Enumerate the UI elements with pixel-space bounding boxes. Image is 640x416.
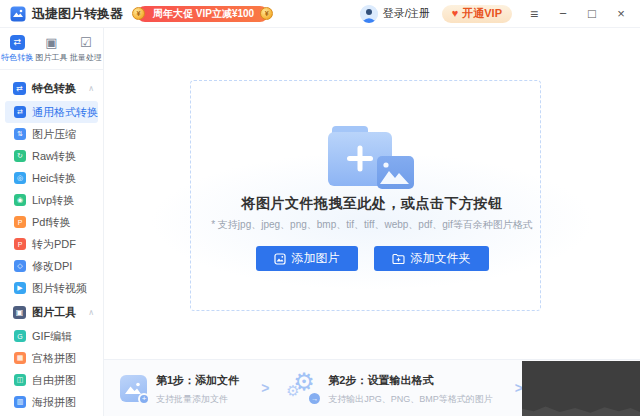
sidebar: ⇄ 特色转换 ▣ 图片工具 ☑ 批量处理 ⇄ 特色转换 ∧ ⇄通用格式转换⇅图片… [0,28,104,416]
dropzone-buttons: 添加图片 添加文件夹 [104,246,640,271]
maximize-icon[interactable]: □ [585,7,599,20]
modify-dpi-icon: ◇ [14,260,26,272]
sidebar-item-label: 宫格拼图 [32,351,76,366]
app-title: 迅捷图片转换器 [32,5,123,23]
main-area: 将图片文件拖拽至此处，或点击下方按钮 * 支持jpg、jpeg、png、bmp、… [104,28,640,416]
tab-image-tools[interactable]: ▣ 图片工具 [34,28,68,69]
coin-icon: ¥ [132,7,145,20]
app-window: 迅捷图片转换器 ¥ 周年大促 VIP立减¥100 ¥ 登录/注册 ♥ 开通VIP… [0,0,640,416]
sidebar-item-poster-collage[interactable]: ▥海报拼图 [0,391,103,413]
image-to-video-icon: ▶ [14,282,26,294]
sidebar-item-label: Raw转换 [32,149,76,164]
sidebar-item-label: Heic转换 [32,171,76,186]
sidebar-item-label: Livp转换 [32,193,74,208]
titlebar: 迅捷图片转换器 ¥ 周年大促 VIP立减¥100 ¥ 登录/注册 ♥ 开通VIP… [0,0,640,28]
sidebar-item-modify-dpi[interactable]: ◇修改DPI [0,255,103,277]
add-folder-button[interactable]: 添加文件夹 [374,246,489,271]
heic-convert-icon: ◎ [14,172,26,184]
sidebar-item-label: GIF编辑 [32,329,72,344]
sidebar-item-label: 修改DPI [32,259,72,274]
step-2: ⚙ ⚙ → 第2步：设置输出格式 支持输出JPG、PNG、BMP等格式的图片 [289,370,493,406]
sidebar-item-grid-collage[interactable]: ▦宫格拼图 [0,347,103,369]
sidebar-item-label: Pdf转换 [32,215,71,230]
watermark-blob [522,361,640,416]
raw-convert-icon: ↻ [14,150,26,162]
minimize-icon[interactable]: − [556,7,570,20]
sidebar-item-image-to-video[interactable]: ▶图片转视频 [0,277,103,299]
add-image-step-icon: + [120,375,147,402]
universal-format-convert-icon: ⇄ [14,106,26,118]
tools-items: GGIF编辑▦宫格拼图◫自由拼图▥海报拼图 [0,325,103,413]
sidebar-item-raw-convert[interactable]: ↻Raw转换 [0,145,103,167]
sidebar-item-to-pdf[interactable]: P转为PDF [0,233,103,255]
featured-convert-icon: ⇄ [10,35,25,50]
folder-plus-icon [392,253,405,265]
collapse-icon[interactable]: ∧ [88,84,94,93]
sidebar-item-universal-format-convert[interactable]: ⇄通用格式转换 [5,101,98,123]
sidebar-menu: ⇄ 特色转换 ∧ ⇄通用格式转换⇅图片压缩↻Raw转换◎Heic转换◉Livp转… [0,70,103,416]
menu-icon[interactable]: ≡ [527,7,541,21]
gif-edit-icon: G [14,330,26,342]
login-register-link[interactable]: 登录/注册 [383,6,430,21]
image-icon [274,253,286,265]
tab-batch-process[interactable]: ☑ 批量处理 [69,28,103,69]
folder-illustration-icon [320,124,420,194]
featured-section-icon: ⇄ [13,82,26,95]
app-logo-icon [10,6,26,22]
vip-badge-icon: ♥ [452,8,459,19]
vip-button[interactable]: ♥ 开通VIP [442,5,512,23]
tools-section-icon: ▣ [13,306,26,319]
pdf-convert-icon: P [14,216,26,228]
sidebar-item-label: 图片转视频 [32,281,87,296]
livp-convert-icon: ◉ [14,194,26,206]
sidebar-item-heic-convert[interactable]: ◎Heic转换 [0,167,103,189]
sidebar-item-image-compress[interactable]: ⇅图片压缩 [0,123,103,145]
section-header-tools[interactable]: ▣ 图片工具 ∧ [0,299,103,325]
settings-gears-icon: ⚙ ⚙ → [289,374,319,402]
poster-collage-icon: ▥ [14,396,26,408]
promo-banner[interactable]: ¥ 周年大促 VIP立减¥100 ¥ [137,6,268,22]
plus-badge-icon: + [138,393,150,405]
sidebar-item-label: 自由拼图 [32,373,76,388]
grid-collage-icon: ▦ [14,352,26,364]
sidebar-tabs: ⇄ 特色转换 ▣ 图片工具 ☑ 批量处理 [0,28,103,70]
close-icon[interactable]: × [614,7,628,20]
chevron-right-icon: > [261,380,269,396]
step-subtitle: 支持输出JPG、PNG、BMP等格式的图片 [328,394,493,404]
batch-process-icon: ☑ [78,35,93,50]
tab-featured-convert[interactable]: ⇄ 特色转换 [0,28,34,69]
free-collage-icon: ◫ [14,374,26,386]
sidebar-item-pdf-convert[interactable]: PPdf转换 [0,211,103,233]
step-title: 第2步：设置输出格式 [328,374,433,386]
arrow-badge-icon: → [309,393,320,404]
sidebar-item-label: 转为PDF [32,237,76,252]
sidebar-item-livp-convert[interactable]: ◉Livp转换 [0,189,103,211]
section-header-featured[interactable]: ⇄ 特色转换 ∧ [0,75,103,101]
to-pdf-icon: P [14,238,26,250]
avatar[interactable] [360,5,378,23]
sidebar-item-gif-edit[interactable]: GGIF编辑 [0,325,103,347]
image-compress-icon: ⇅ [14,128,26,140]
step-subtitle: 支持批量添加文件 [156,394,228,404]
dropzone-heading: 将图片文件拖拽至此处，或点击下方按钮 [104,195,640,213]
featured-items: ⇄通用格式转换⇅图片压缩↻Raw转换◎Heic转换◉Livp转换PPdf转换P转… [0,101,103,299]
sidebar-item-label: 海报拼图 [32,395,76,410]
sidebar-item-label: 图片压缩 [32,127,76,142]
step-title: 第1步：添加文件 [156,374,239,386]
sidebar-item-free-collage[interactable]: ◫自由拼图 [0,369,103,391]
supported-formats-note: * 支持jpg、jpeg、png、bmp、tif、tiff、webp、pdf、g… [104,218,640,232]
vip-label: 开通VIP [462,6,502,21]
add-image-button[interactable]: 添加图片 [256,246,358,271]
promo-text: 周年大促 VIP立减¥100 [153,7,254,21]
collapse-icon[interactable]: ∧ [88,308,94,317]
step-1: + 第1步：添加文件 支持批量添加文件 [120,370,239,406]
sidebar-item-label: 通用格式转换 [32,105,98,120]
coin-icon: ¥ [260,7,273,20]
image-tools-icon: ▣ [44,35,59,50]
